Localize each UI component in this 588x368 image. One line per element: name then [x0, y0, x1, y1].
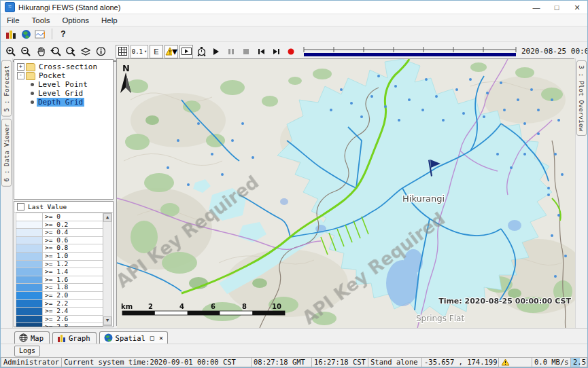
step-forward-button[interactable]: [269, 45, 283, 58]
pan-button[interactable]: [34, 45, 48, 58]
expander-icon[interactable]: +: [17, 63, 24, 71]
warning-icon: [165, 47, 172, 56]
tab-graph[interactable]: Graph: [52, 332, 97, 344]
timeseries-dialog-button[interactable]: [34, 27, 48, 41]
menu-bar: File Tools Options Help: [1, 14, 587, 26]
tab-plot-overview[interactable]: 3 : Plot Overview: [576, 60, 587, 136]
legend-label: >= 0.2: [43, 221, 68, 229]
bullet-icon: [31, 83, 34, 86]
scale-tick: 8: [242, 303, 247, 310]
chevron-down-icon: ▾: [144, 49, 147, 54]
layer-tree: + Cross-section - Pocket Level Point Lev…: [14, 59, 114, 200]
tab-forecast[interactable]: 5 : Forecast: [1, 60, 12, 117]
layers-button[interactable]: [79, 45, 92, 58]
legend-label: >= 0: [43, 213, 60, 221]
play-button[interactable]: [209, 45, 223, 58]
town-label: Hikurangi: [402, 194, 445, 204]
legend-label: >= 2.6: [43, 316, 68, 323]
current-time-label: 2020-08-25 00:00:00 CST: [521, 47, 588, 56]
status-user: Administrator: [1, 357, 61, 367]
movie-icon: [181, 48, 192, 55]
tree-label: Level Point: [37, 80, 89, 89]
legend-label: >= 2.8: [43, 323, 68, 327]
stop-button[interactable]: [239, 45, 253, 58]
panel-close-button[interactable]: ✕: [159, 334, 163, 342]
info-button[interactable]: [94, 45, 107, 58]
minimize-button[interactable]: —: [526, 1, 547, 14]
pause-button[interactable]: [224, 45, 238, 58]
legend-label: >= 2.0: [43, 292, 68, 299]
help-button[interactable]: ?: [56, 27, 70, 41]
legend-label: >= 1.0: [43, 253, 68, 260]
tree-item-level-grid[interactable]: Level Grid: [14, 89, 113, 98]
menu-tools[interactable]: Tools: [26, 16, 56, 24]
map-time-overlay: Time: 2020-08-25 00:00:00 CST: [438, 297, 571, 306]
collapse-icon[interactable]: -: [17, 72, 24, 79]
zoom-in-button[interactable]: [4, 45, 18, 58]
tab-map[interactable]: Map: [14, 331, 50, 344]
legend-swatch: [16, 276, 43, 284]
menu-options[interactable]: Options: [56, 16, 95, 24]
panel-float-button[interactable]: □: [150, 334, 154, 342]
globe-icon: [104, 333, 113, 342]
tree-item-level-point[interactable]: Level Point: [14, 80, 113, 89]
tree-label-selected: Depth Grid: [37, 98, 84, 107]
chevron-down-icon: ▾: [172, 45, 177, 58]
status-bar: Administrator Current system time:2020-0…: [1, 357, 587, 367]
tab-spatial[interactable]: Spatial □ ✕: [99, 331, 168, 344]
maximize-button[interactable]: □: [547, 1, 567, 14]
menu-help[interactable]: Help: [95, 16, 124, 24]
map-display-button[interactable]: [19, 27, 33, 41]
app-icon: ≈: [5, 2, 15, 12]
record-button[interactable]: [284, 45, 298, 58]
legend-toggle-button[interactable]: E: [150, 45, 163, 58]
legend-row: >= 1.4: [16, 268, 103, 276]
database-explorer-button[interactable]: [4, 27, 18, 41]
zoom-out-button[interactable]: [19, 45, 33, 58]
menu-file[interactable]: File: [1, 16, 26, 24]
step-back-icon: [257, 48, 266, 56]
map-canvas[interactable]: API Key Required API Key Required N km 2…: [117, 59, 576, 329]
animation-dialog-button[interactable]: [179, 45, 193, 58]
scroll-down-icon[interactable]: ▼: [103, 316, 111, 325]
classification-value: 0.1: [132, 48, 143, 55]
warning-icon: [501, 358, 510, 366]
left-dock-strip: 5 : Forecast 6 : Data Viewer: [1, 58, 13, 329]
animation-settings-button[interactable]: [194, 45, 208, 58]
legend-label: >= 1.4: [43, 268, 68, 276]
logs-button[interactable]: Logs: [14, 346, 40, 356]
scale-unit-label: km: [121, 303, 133, 310]
close-button[interactable]: ✕: [567, 1, 587, 14]
tree-item-depth-grid[interactable]: Depth Grid: [14, 98, 113, 107]
bullet-icon: [31, 100, 34, 104]
legend-row: >= 1.0: [16, 253, 103, 261]
grid-toggle-button[interactable]: [116, 45, 129, 58]
bar-chart-icon: [57, 334, 66, 342]
tab-data-viewer[interactable]: 6 : Data Viewer: [1, 119, 12, 187]
status-warning-cell[interactable]: [498, 357, 532, 367]
scale-tick: 6: [211, 303, 215, 310]
tab-map-label: Map: [31, 334, 44, 342]
step-forward-icon: [272, 48, 281, 56]
bottom-tab-bar: Map Graph Spatial □ ✕: [1, 328, 587, 344]
legend-label: >= 0.8: [43, 244, 68, 252]
map-view[interactable]: API Key Required API Key Required N km 2…: [116, 58, 574, 326]
legend-label: >= 1.8: [43, 284, 68, 291]
tree-item-cross-section[interactable]: + Cross-section: [14, 62, 113, 71]
warnings-dropdown[interactable]: ▾: [165, 45, 178, 58]
zoom-out-icon: [20, 46, 31, 57]
scroll-up-icon[interactable]: ▲: [103, 213, 111, 222]
zoom-next-button[interactable]: [64, 45, 77, 58]
legend-scrollbar[interactable]: ▲ ▼: [103, 213, 112, 326]
legend-icon: E: [154, 48, 158, 56]
tree-item-pocket[interactable]: - Pocket: [14, 71, 113, 80]
zoom-previous-icon: [50, 46, 62, 57]
zoom-previous-button[interactable]: [49, 45, 63, 58]
info-icon: [96, 46, 106, 56]
classification-dropdown[interactable]: 0.1 ▾: [131, 45, 148, 58]
time-slider[interactable]: [302, 46, 517, 57]
pan-hand-icon: [36, 46, 46, 56]
last-value-checkbox[interactable]: [17, 203, 24, 210]
last-value-label: Last Value: [28, 203, 67, 210]
step-back-button[interactable]: [254, 45, 268, 58]
